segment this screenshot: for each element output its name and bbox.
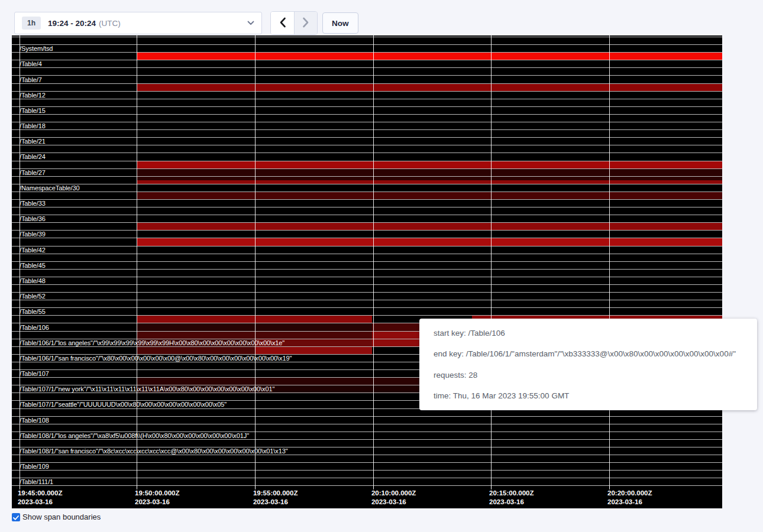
span-row — [12, 161, 722, 169]
span-row — [12, 130, 722, 138]
span-strips: /System/tsd/Table/4/Table/7/Table/12/Tab… — [12, 35, 722, 486]
axis-tick-label: 20:10:00.000Z2023-03-16 — [371, 489, 416, 507]
span-key-label: /Table/21 — [20, 138, 46, 145]
span-key-label: /Table/4 — [20, 60, 42, 67]
span-key-label: /Table/12 — [20, 92, 46, 99]
span-row — [12, 53, 722, 60]
span-row-labeled: /Table/4 — [12, 60, 722, 68]
span-row — [12, 68, 722, 76]
span-row — [12, 455, 722, 463]
heat-band — [255, 347, 372, 354]
span-key-label: /Table/7 — [20, 76, 42, 83]
span-row-labeled: /Table/52 — [12, 293, 722, 300]
heat-band — [137, 161, 722, 168]
span-row-labeled: /Table/12 — [12, 92, 722, 99]
span-key-label: /Table/45 — [20, 262, 46, 269]
span-key-label: /Table/39 — [20, 231, 46, 238]
span-row-labeled: /Table/42 — [12, 246, 722, 254]
heat-band — [137, 84, 722, 91]
span-key-label: /Table/107 — [20, 370, 49, 377]
span-row-labeled: /Table/108/1/"san francisco"/"\x8c\xcc\x… — [12, 447, 722, 455]
time-bucket-gridline — [491, 35, 492, 486]
tooltip-line: start key: /Table/106 — [434, 329, 743, 338]
span-row — [12, 223, 722, 231]
span-key-label: /Table/18 — [20, 122, 46, 129]
span-row-labeled: /Table/111/1 — [12, 478, 722, 486]
heat-band — [137, 169, 722, 176]
axis-tick-label: 20:20:00.000Z2023-03-16 — [607, 489, 652, 507]
heat-band — [137, 238, 722, 245]
span-key-label: /Table/48 — [20, 277, 46, 284]
axis-tick-label: 19:50:00.000Z2023-03-16 — [135, 489, 179, 507]
span-key-label: /Table/36 — [20, 215, 46, 222]
chevron-down-icon — [247, 21, 254, 25]
timezone-text: (UTC) — [99, 19, 121, 28]
span-row-labeled: /Table/39 — [12, 231, 722, 238]
span-key-label: /Table/33 — [20, 200, 46, 207]
span-key-label: /Table/24 — [20, 153, 46, 160]
span-key-label: /Table/109 — [20, 463, 49, 470]
span-row-labeled: /Table/108/1/"los angeles"/"\xa8\xf5\u00… — [12, 432, 722, 440]
span-row — [12, 192, 722, 200]
span-row-labeled: /NamespaceTable/30 — [12, 184, 722, 192]
key-visualizer-heatmap[interactable]: /System/tsd/Table/4/Table/7/Table/12/Tab… — [12, 35, 722, 508]
span-row-labeled: /Table/55 — [12, 308, 722, 316]
span-key-label: /Table/15 — [20, 107, 46, 114]
span-row — [12, 177, 722, 184]
check-icon — [13, 512, 19, 523]
tooltip-line: time: Thu, 16 Mar 2023 19:55:00 GMT — [434, 391, 743, 400]
axis-tick-label: 20:15:00.000Z2023-03-16 — [489, 489, 534, 507]
span-row — [12, 207, 722, 215]
span-row — [12, 285, 722, 293]
span-row-labeled: /System/tsd — [12, 45, 722, 53]
span-key-label: /Table/27 — [20, 169, 46, 176]
time-axis: 19:45:00.000Z2023-03-1619:50:00.000Z2023… — [12, 486, 722, 508]
span-row — [12, 145, 722, 153]
span-row — [12, 254, 722, 262]
time-range-select[interactable]: 1h 19:24 - 20:24 (UTC) — [14, 12, 262, 34]
key-visualizer-page: 1h 19:24 - 20:24 (UTC) Now /System/tsd/T… — [0, 0, 763, 532]
show-span-boundaries-checkbox[interactable] — [12, 513, 20, 521]
span-row-labeled: /Table/21 — [12, 138, 722, 145]
span-row-labeled: /Table/27 — [12, 169, 722, 177]
span-row-labeled: /Table/36 — [12, 215, 722, 223]
tooltip-line: requests: 28 — [434, 371, 743, 379]
span-key-label: /Table/107/1/"new york"/"\x11\x11\x11\x1… — [20, 385, 274, 392]
span-row-labeled: /Table/108 — [12, 417, 722, 424]
span-row-labeled: /Table/18 — [12, 122, 722, 130]
span-key-label: /Table/108 — [20, 417, 49, 424]
show-span-boundaries-label: Show span boundaries — [22, 512, 101, 521]
span-row-labeled: /Table/15 — [12, 107, 722, 115]
time-bucket-gridline — [137, 35, 137, 486]
span-row-labeled: /Table/7 — [12, 76, 722, 83]
now-button[interactable]: Now — [322, 12, 358, 34]
span-row — [12, 471, 722, 478]
span-row — [12, 115, 722, 122]
chevron-left-icon — [279, 17, 286, 30]
heat-band — [137, 53, 722, 60]
heat-band — [137, 192, 722, 199]
span-key-label: /NamespaceTable/30 — [20, 184, 80, 192]
span-key-label: /Table/42 — [20, 246, 46, 254]
heat-band — [137, 223, 722, 230]
time-bucket-gridline — [609, 35, 610, 486]
axis-tick-label: 19:55:00.000Z2023-03-16 — [253, 489, 298, 507]
duration-badge: 1h — [22, 17, 41, 30]
span-row — [12, 99, 722, 107]
span-key-label: /Table/52 — [20, 293, 46, 300]
prev-time-button[interactable] — [271, 12, 294, 34]
span-row-labeled: /Table/45 — [12, 262, 722, 270]
footer-controls: Show span boundaries — [12, 512, 101, 521]
span-row — [12, 84, 722, 92]
next-time-button[interactable] — [294, 12, 317, 34]
span-row — [12, 424, 722, 432]
span-row — [12, 270, 722, 277]
heat-band — [137, 347, 255, 354]
span-key-label: /Table/106/1/"los angeles"/"\x99\x99\x99… — [20, 339, 284, 346]
span-key-label: /Table/108/1/"los angeles"/"\xa8\xf5\u00… — [20, 432, 249, 439]
span-key-label: /Table/106/1/"san francisco"/"\x80\x00\x… — [20, 355, 292, 362]
time-bucket-gridline — [255, 35, 256, 486]
axis-tick-label: 19:45:00.000Z2023-03-16 — [18, 489, 62, 507]
span-row-labeled: /Table/24 — [12, 153, 722, 161]
span-key-label: /Table/108/1/"san francisco"/"\x8c\xcc\x… — [20, 447, 288, 455]
